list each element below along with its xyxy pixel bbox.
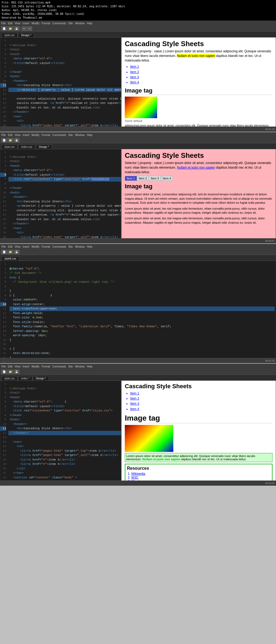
- p3-menu-format[interactable]: Format: [42, 245, 50, 248]
- highlighted-link1: Nullam et iusto non sapien: [177, 54, 215, 58]
- toolbar-save[interactable]: 💾: [14, 26, 19, 31]
- nav-item-4[interactable]: item 4: [130, 80, 272, 85]
- p4-nav-item-1[interactable]: Item 1: [130, 391, 272, 396]
- p2-menu-site[interactable]: Site: [68, 134, 73, 137]
- panel1-line-numbers: 12345 678910 1112131415 1617181920 21222…: [0, 38, 8, 127]
- p3-menu-insert[interactable]: Insert: [23, 245, 29, 248]
- panel-4: File Edit View Insert Modify Format Comm…: [0, 364, 276, 486]
- p4-menu-format[interactable]: Format: [42, 365, 50, 368]
- p2-toolbar-save[interactable]: 💾: [14, 138, 19, 142]
- p4-menu-window[interactable]: Window: [75, 365, 85, 368]
- p2-menu-help[interactable]: Help: [87, 134, 92, 137]
- p3-menu-site[interactable]: Site: [68, 245, 73, 248]
- panel4-code-content[interactable]: <!doctype html> <html> <head> <meta char…: [8, 381, 121, 481]
- nav-item-1[interactable]: item 1: [130, 64, 272, 69]
- menu-site[interactable]: Site: [68, 22, 73, 25]
- panel2-toolbar: 📄 📁 💾: [0, 137, 276, 143]
- p3-menu-view[interactable]: View: [15, 245, 20, 248]
- p4-nav-item-3[interactable]: Item 3: [130, 401, 272, 406]
- panel2-timestamp: 00:00:57: [265, 240, 275, 242]
- p4-nav-item-2[interactable]: Item 2: [130, 396, 272, 401]
- resources-title: Resources: [127, 466, 270, 471]
- p2-tab-index[interactable]: index.css: [18, 145, 35, 149]
- preview4-nav-list: Item 1 Item 2 Item 3 Item 4: [130, 391, 272, 412]
- preview2-link[interactable]: Nullam et justo non sapien: [177, 166, 215, 169]
- menu-help[interactable]: Help: [87, 22, 92, 25]
- panel4-editor: 12345 678910 1112131415 1617181920 21222…: [0, 381, 121, 481]
- p3-menu-modify[interactable]: Modify: [32, 245, 39, 248]
- p2-menu-edit[interactable]: Edit: [8, 134, 12, 137]
- menu-view[interactable]: View: [15, 22, 20, 25]
- p4-menu-edit[interactable]: Edit: [8, 365, 12, 368]
- p4-menu-insert[interactable]: Insert: [23, 365, 29, 368]
- toolbar-undo[interactable]: ↩: [22, 26, 27, 31]
- resource-item-2[interactable]: W3C: [131, 476, 270, 479]
- p3-menu-help[interactable]: Help: [87, 245, 92, 248]
- p4-toolbar-new[interactable]: 📄: [1, 370, 7, 374]
- p4-menu-modify[interactable]: Modify: [32, 365, 39, 368]
- menu-insert[interactable]: Insert: [23, 22, 29, 25]
- resource-item-3[interactable]: Wordpress: [131, 479, 270, 481]
- p2-tab-style[interactable]: style.css: [1, 145, 18, 149]
- p4-tab-design[interactable]: Design *: [33, 376, 49, 380]
- p2-menu-commands[interactable]: Commands: [52, 134, 66, 137]
- p4-menu-view[interactable]: View: [15, 365, 20, 368]
- toolbar-open[interactable]: 📁: [8, 26, 13, 31]
- resource-item-1[interactable]: Wikipedia: [131, 472, 270, 476]
- p3-menu-window[interactable]: Window: [75, 245, 85, 248]
- panel1-code-content[interactable]: <!doctype html> <html> <head> <meta char…: [8, 38, 121, 127]
- panel2-menu-bar: File Edit View Insert Modify Format Comm…: [0, 132, 276, 137]
- p4-tab-style[interactable]: style.css: [1, 376, 18, 380]
- nav-tab-item3[interactable]: Item 3: [149, 176, 161, 181]
- menu-edit[interactable]: Edit: [8, 22, 12, 25]
- p4-menu-help[interactable]: Help: [87, 365, 92, 368]
- p2-menu-format[interactable]: Format: [42, 134, 50, 137]
- resources-list: Wikipedia W3C Wordpress: [131, 472, 270, 481]
- preview4-h1: Cascading Style Sheets: [125, 383, 272, 390]
- menu-window[interactable]: Window: [75, 22, 85, 25]
- p3-menu-file[interactable]: File: [1, 245, 6, 248]
- nav-item-2[interactable]: item 2: [130, 70, 272, 75]
- toolbar-redo[interactable]: ↪: [27, 26, 32, 31]
- panel1-code-lines: 12345 678910 1112131415 1617181920 21222…: [0, 38, 121, 127]
- p2-toolbar-new[interactable]: 📄: [1, 138, 7, 142]
- panel2-preview: Cascading Style Sheets Selector { proper…: [121, 149, 276, 238]
- p3-tab-style6[interactable]: style6.css: [1, 256, 19, 261]
- menu-file[interactable]: File: [1, 22, 6, 25]
- p3-toolbar-new[interactable]: 📄: [1, 250, 7, 254]
- p3-toolbar-save[interactable]: 💾: [14, 250, 19, 254]
- nav-tab-item4[interactable]: Item 4: [161, 176, 173, 181]
- p2-menu-window[interactable]: Window: [75, 134, 85, 137]
- video-info-bar: File: 001 CSS introduction.mp4 Size: 135…: [0, 0, 276, 21]
- p4-menu-site[interactable]: Site: [68, 365, 73, 368]
- p3-menu-edit[interactable]: Edit: [8, 245, 12, 248]
- toolbar-new[interactable]: 📄: [1, 26, 7, 31]
- panel3-css-content[interactable]: @charset "utf-8"; /* CSS Document */ bod…: [8, 261, 276, 358]
- p4-toolbar-save[interactable]: 💾: [14, 370, 19, 374]
- p4-menu-file[interactable]: File: [1, 365, 6, 368]
- p4-menu-commands[interactable]: Commands: [52, 365, 66, 368]
- p3-menu-commands[interactable]: Commands: [52, 245, 66, 248]
- p4-tab-index[interactable]: index.*: [18, 376, 32, 380]
- p2-menu-file[interactable]: File: [1, 134, 6, 137]
- preview4-resources-box: Resources Wikipedia W3C Wordpress: [125, 464, 272, 481]
- menu-format[interactable]: Format: [42, 22, 50, 25]
- panel2-code-content[interactable]: <!doctype html> <html> <head> <meta char…: [8, 149, 121, 238]
- p2-menu-insert[interactable]: Insert: [23, 134, 29, 137]
- p2-toolbar-open[interactable]: 📁: [8, 138, 13, 142]
- menu-modify[interactable]: Modify: [32, 22, 39, 25]
- p3-toolbar-open[interactable]: 📁: [8, 250, 13, 254]
- p2-tab-design[interactable]: Design *: [36, 145, 52, 149]
- tab-style-css[interactable]: style.css: [1, 33, 18, 37]
- nav-tab-item1[interactable]: Item 1: [125, 176, 137, 181]
- p4-toolbar-open[interactable]: 📁: [8, 370, 13, 374]
- preview1-image: [125, 97, 157, 118]
- p4-nav-item-4[interactable]: Item 4: [130, 407, 272, 412]
- nav-tab-item2[interactable]: Item 2: [137, 176, 149, 181]
- nav-item-3[interactable]: item 3: [130, 75, 272, 80]
- tab-design[interactable]: Design *: [18, 33, 34, 37]
- p2-menu-view[interactable]: View: [15, 134, 20, 137]
- p2-menu-modify[interactable]: Modify: [32, 134, 39, 137]
- menu-commands[interactable]: Commands: [52, 22, 66, 25]
- preview2-nav-tabs: Item 1 Item 2 Item 3 Item 4: [125, 176, 272, 181]
